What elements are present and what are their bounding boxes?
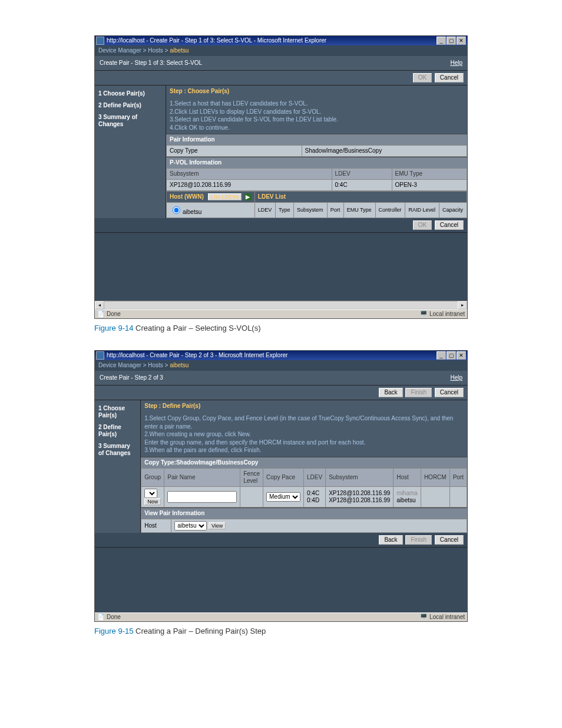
finish-button-top[interactable]: Finish [405, 388, 432, 397]
ldevlist-col-raid: RAID Level [405, 203, 439, 218]
define-pair-table: Group Pair Name Fence Level Copy Pace LD… [141, 468, 467, 508]
col-ldev: LDEV [304, 468, 326, 486]
col-fence: Fence Level [240, 468, 263, 486]
browser-window-step1: http://localhost - Create Pair - Step 1 … [94, 35, 468, 319]
host-view-select[interactable]: aibetsu [174, 521, 207, 531]
zone-icon: 🖥️ [420, 614, 427, 621]
browser-window-step2: http://localhost - Create Pair - Step 2 … [94, 350, 468, 622]
wizard-sidebar: 1 Choose Pair(s) 2 Define Pair(s) 3 Summ… [95, 400, 141, 533]
sidebar-item-choose[interactable]: 1 Choose Pair(s) [95, 403, 140, 421]
status-zone: Local intranet [429, 614, 465, 621]
host-label: Host [141, 519, 171, 532]
col-host: Host [394, 468, 421, 486]
empty-area [95, 548, 467, 612]
step-header: Step : Choose Pair(s) [166, 85, 467, 97]
page-title: Create Pair - Step 2 of 3 [100, 374, 163, 381]
help-link[interactable]: Help [450, 60, 462, 67]
pair-info-header: Pair Information [166, 134, 467, 145]
breadcrumb-prefix: Device Manager > Hosts > [98, 362, 170, 368]
scroll-left-icon[interactable]: ◂ [95, 301, 104, 309]
subsystem-cell: XP128@10.208.116.99 XP128@10.208.116.99 [326, 486, 394, 507]
breadcrumb: Device Manager > Hosts > aibetsu [95, 45, 467, 56]
top-button-row: Back Finish Cancel [95, 386, 467, 400]
minimize-button[interactable]: _ [437, 351, 446, 360]
ldev-value: 0:4C [332, 180, 392, 191]
breadcrumb: Device Manager > Hosts > aibetsu [95, 360, 467, 371]
view-button[interactable]: View [209, 522, 226, 529]
back-button-top[interactable]: Back [379, 388, 402, 397]
bottom-button-row: Back Finish Cancel [95, 533, 467, 548]
col-port: Port [449, 468, 467, 486]
host-wwn-label: Host (WWN) [170, 193, 204, 200]
breadcrumb-active[interactable]: aibetsu [170, 47, 189, 54]
instructions: 1.Select Copy Group, Copy Pace, and Fenc… [141, 412, 467, 457]
ldev-list-header: LDEV List [254, 192, 467, 203]
done-icon: 📄 [97, 311, 104, 318]
ok-button-top[interactable]: OK [413, 73, 432, 83]
empty-area [95, 233, 467, 301]
maximize-button[interactable]: ▢ [447, 37, 456, 45]
emu-value: OPEN-3 [392, 180, 467, 191]
sidebar-item-summary[interactable]: 3 Summary of Changes [95, 111, 166, 130]
ldev-cell: 0:4C 0:4D [304, 486, 326, 507]
finish-button-bottom[interactable]: Finish [405, 535, 432, 545]
host-row[interactable]: aibetsu [167, 203, 255, 218]
ldevlist-col-type: Type [276, 203, 294, 218]
status-done: Done [107, 311, 121, 318]
copy-type-value: ShadowImage/BusinessCopy [302, 146, 467, 157]
cancel-button-bottom[interactable]: Cancel [435, 535, 464, 545]
view-pair-header: View Pair Information [141, 508, 467, 519]
figure-caption-1: Figure 9-14 Creating a Pair – Selecting … [94, 324, 468, 332]
host-ldev-table: Host (WWN) List LDEVs ▶ LDEV List aibets… [166, 191, 467, 218]
wizard-sidebar: 1 Choose Pair(s) 2 Define Pair(s) 3 Summ… [95, 85, 166, 218]
scroll-right-icon[interactable]: ▸ [458, 301, 467, 309]
close-button[interactable]: ✕ [457, 37, 466, 45]
host-wwn-cell: Host (WWN) List LDEVs ▶ [167, 192, 255, 203]
group-select[interactable] [144, 489, 157, 498]
status-done: Done [107, 614, 121, 621]
close-button[interactable]: ✕ [457, 351, 466, 360]
cancel-button-top[interactable]: Cancel [435, 388, 464, 397]
port-cell [449, 486, 467, 507]
ldevlist-col-ldev: LDEV [254, 203, 275, 218]
help-link[interactable]: Help [450, 374, 462, 381]
pairname-input[interactable] [167, 491, 237, 503]
cancel-button-bottom[interactable]: Cancel [435, 220, 464, 230]
copy-type-table: Copy Type ShadowImage/BusinessCopy [166, 145, 467, 157]
col-emu: EMU Type [392, 169, 467, 180]
col-horcm: HORCM [421, 468, 449, 486]
ldevlist-col-port: Port [327, 203, 343, 218]
back-button-bottom[interactable]: Back [379, 535, 402, 545]
zone-icon: 🖥️ [420, 311, 427, 318]
breadcrumb-active[interactable]: aibetsu [170, 362, 189, 368]
new-group-button[interactable]: New [144, 498, 161, 505]
col-pairname: Pair Name [164, 468, 240, 486]
cancel-button-top[interactable]: Cancel [435, 73, 464, 83]
col-ldev: LDEV [332, 169, 392, 180]
host-value: aibetsu [183, 209, 201, 215]
horcm-cell [421, 486, 449, 507]
go-icon[interactable]: ▶ [244, 193, 252, 200]
instructions: 1.Select a host that has LDEV candidates… [166, 97, 467, 134]
subsystem-value: XP128@10.208.116.99 [167, 180, 332, 191]
top-button-row: OK Cancel [95, 71, 467, 85]
ok-button-bottom[interactable]: OK [413, 220, 432, 230]
sidebar-item-summary[interactable]: 3 Summary of Changes [95, 440, 140, 459]
done-icon: 📄 [97, 614, 104, 621]
horizontal-scrollbar[interactable]: ◂ ▸ [95, 301, 467, 309]
fence-cell [240, 486, 263, 507]
ldevlist-col-subsystem: Subsystem [294, 203, 328, 218]
sidebar-item-define[interactable]: 2 Define Pair(s) [95, 100, 166, 111]
ldevlist-col-controller: Controller [375, 203, 405, 218]
window-titlebar: http://localhost - Create Pair - Step 1 … [95, 36, 467, 45]
figure-caption-2: Figure 9-15 Creating a Pair – Defining P… [94, 627, 468, 635]
view-pair-table: Host aibetsu View [141, 519, 467, 533]
host-radio[interactable] [173, 206, 180, 214]
list-ldevs-button[interactable]: List LDEVs [208, 193, 242, 200]
maximize-button[interactable]: ▢ [447, 351, 456, 360]
sidebar-item-choose[interactable]: 1 Choose Pair(s) [95, 88, 166, 100]
pace-select[interactable]: Medium [266, 492, 300, 502]
minimize-button[interactable]: _ [437, 37, 446, 45]
sidebar-item-define[interactable]: 2 Define Pair(s) [95, 421, 140, 440]
status-bar: 📄 Done 🖥️ Local intranet [95, 612, 467, 621]
